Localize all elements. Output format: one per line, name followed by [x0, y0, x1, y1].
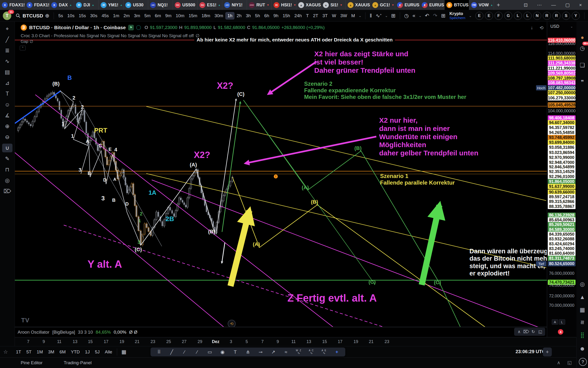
tab-xauus[interactable]: ▲XAUUS [346, 0, 370, 10]
timeframe-3m[interactable]: 3m [132, 12, 142, 19]
pitchfork-icon[interactable]: ⋔ [242, 348, 254, 356]
range-alle[interactable]: Alle [102, 349, 114, 356]
cursor-tool[interactable]: ⌖ [2, 25, 12, 33]
tab-rut[interactable]: 2000RUT▼ [247, 0, 272, 10]
pane-reset-icon[interactable]: ↻ [530, 329, 536, 334]
replay-chevron-icon[interactable]: ⌄ [417, 14, 423, 18]
timeframe-6m[interactable]: 6m [153, 12, 163, 19]
range-1j[interactable]: 1J [83, 349, 92, 356]
range-5j[interactable]: 5J [92, 349, 102, 356]
tab-hsi1[interactable]: HHSI1!▼ [272, 0, 296, 10]
hide-gap-icon[interactable]: ∅ [30, 39, 33, 44]
timeframe-2t[interactable]: 2T [311, 12, 320, 19]
close-button[interactable]: × [579, 2, 582, 8]
quick-chart-e-1[interactable]: E [485, 12, 493, 20]
pane-delete-icon[interactable]: ⌦ [523, 329, 529, 334]
timeframe-30m[interactable]: 30m [212, 12, 225, 19]
trendline-tool[interactable]: ╱ [2, 35, 12, 44]
time-axis[interactable]: 7911131517192123252729Dez357911131517192… [15, 337, 576, 346]
chat-icon[interactable]: ❞ [578, 78, 587, 87]
timeframe-5m[interactable]: 5m [142, 12, 153, 19]
zoom-in-tool[interactable]: ⊕ [2, 122, 12, 131]
timeframe-24h[interactable]: 24h [292, 12, 304, 19]
maximize-button[interactable]: ▢ [565, 2, 570, 8]
rectangle-icon[interactable]: ▭ [204, 348, 216, 356]
tab-dax[interactable]: XDAX▲ [49, 0, 74, 10]
timeframe-15m[interactable]: 15m [186, 12, 200, 19]
gap-legend[interactable]: Gap ∅ [21, 39, 33, 44]
oscillator-legend[interactable]: Aroon Oscillator [BigBeluga] 33 3 10 84,… [18, 330, 137, 335]
range-ytd[interactable]: YTD [69, 349, 82, 356]
timeframe-2h[interactable]: 2h [235, 12, 244, 19]
favorites-star-icon[interactable]: ☆ [3, 349, 8, 355]
timeframe-45s[interactable]: 45s [99, 12, 111, 19]
top-movers-icon[interactable]: ▲ [578, 293, 587, 302]
timeframe-5s[interactable]: 5s [56, 12, 65, 19]
monitor-icon[interactable]: ⊡ [524, 2, 528, 8]
new-tab-button[interactable]: + [497, 2, 500, 8]
pin-icon[interactable]: ◉ [216, 348, 229, 356]
trend-line-icon[interactable]: ╱ [166, 348, 178, 356]
chart-legend[interactable]: ₿ BTCUSD · Bitcoin / Dollar · 1h · Coinb… [21, 25, 325, 31]
indicators-icon[interactable]: ∿+ [374, 13, 383, 19]
quick-chart-l-5[interactable]: L [524, 12, 532, 20]
timeframe-m[interactable]: M [349, 12, 357, 19]
timeframe-10s[interactable]: 10s [65, 12, 77, 19]
tab-niy1[interactable]: 225NIY1! [222, 0, 247, 10]
crosshair-icon[interactable]: + [331, 348, 343, 356]
signal-marker[interactable]: ! [274, 175, 278, 178]
quick-chart-n-6[interactable]: N [533, 12, 541, 20]
remove-drawings-tool[interactable]: ⌦ [2, 187, 12, 196]
pattern-ac-icon[interactable]: A C∿ [305, 348, 317, 356]
layout-chevron-icon[interactable]: ⌄ [467, 14, 473, 18]
replay-marker[interactable]: ⟲ [228, 320, 236, 328]
redo-icon[interactable]: ↷ [431, 13, 439, 19]
tab-ym1[interactable]: 30YM1!▲ [99, 0, 123, 10]
pattern-ae-icon[interactable]: A E∿ [318, 348, 330, 356]
timeframes-chevron-icon[interactable]: ⌄ [357, 14, 363, 18]
timeframe-3w[interactable]: 3W [338, 12, 349, 19]
panel-expand-icon[interactable]: ∧ [557, 360, 561, 365]
quick-chart-y-10[interactable]: Y [572, 12, 580, 20]
quick-chart-l-4[interactable]: L [514, 12, 522, 20]
layout-switcher[interactable]: Krypto Speichern [449, 11, 465, 20]
tab-si1[interactable]: ▲SI1!▼ [321, 0, 346, 10]
minimize-button[interactable]: — [551, 2, 556, 8]
layout-grid-icon[interactable]: ⊞ [389, 13, 397, 19]
timeframe-5h[interactable]: 5h [253, 12, 262, 19]
timeframe-9m[interactable]: 9m [163, 12, 174, 19]
tab-xagus[interactable]: ▲XAGUS [296, 0, 321, 10]
drawing-mode-tool[interactable]: ✎ [2, 155, 12, 163]
timeframe-2m[interactable]: 2m [121, 12, 132, 19]
tab-btcus[interactable]: ₿BTCUS [445, 0, 469, 10]
pattern-tool[interactable]: ∿ [2, 57, 12, 66]
symbol-search-button[interactable]: BTCUSD [16, 13, 43, 18]
quick-chart-f-2[interactable]: F [495, 12, 503, 20]
geometric-shapes-tool[interactable]: ⊿ [2, 79, 12, 87]
range-1m[interactable]: 1M [34, 349, 45, 356]
range-6m[interactable]: 6M [57, 349, 68, 356]
fullscreen-icon[interactable]: ◱ [567, 360, 572, 365]
tab-us500[interactable]: 500US500 [173, 0, 198, 10]
candle-style-icon[interactable]: ‖ [368, 13, 374, 19]
object-tree-icon[interactable]: ❏ [578, 61, 587, 70]
quick-chart-g-3[interactable]: G [504, 12, 512, 20]
timeframe-15s[interactable]: 15s [77, 12, 88, 19]
timeframe-1h[interactable]: 1h [225, 12, 235, 19]
tab-dji[interactable]: 30DJI▲ [74, 0, 99, 10]
text-tool[interactable]: T [2, 90, 12, 98]
timeframe-3h[interactable]: 3h [244, 12, 253, 19]
timeframe-6h[interactable]: 6h [262, 12, 271, 19]
tab-fdax1[interactable]: XFDAX1! [0, 0, 25, 10]
alert-icon[interactable]: ◷ [403, 13, 411, 19]
ray-line-icon[interactable]: ∕ [178, 348, 191, 356]
undo-icon[interactable]: ↶ [423, 13, 431, 19]
quick-chart-r-8[interactable]: R [553, 12, 561, 20]
streams-icon[interactable]: ≋ [578, 318, 587, 327]
help-icon[interactable]: ? [579, 358, 587, 366]
drag-handle-icon[interactable]: ⠿ [153, 348, 165, 356]
tab-eurus[interactable]: €EURUS [420, 0, 445, 10]
tab-fdax1[interactable]: XFDAX1! [25, 0, 49, 10]
layout-manager-icon[interactable]: ⊞ [439, 13, 447, 19]
chart-canvas[interactable] [0, 0, 588, 368]
